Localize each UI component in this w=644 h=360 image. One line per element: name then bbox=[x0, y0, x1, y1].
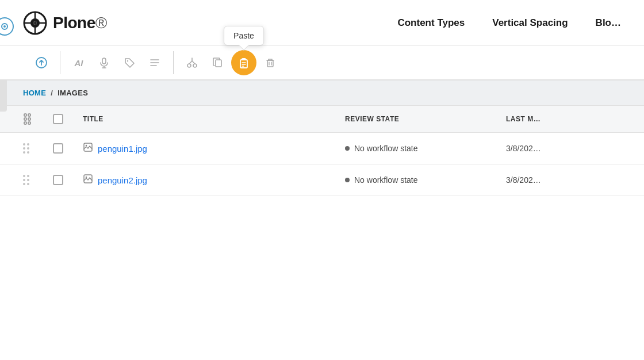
copy-button[interactable] bbox=[206, 51, 229, 74]
breadcrumb-home[interactable]: HOME bbox=[23, 89, 46, 97]
svg-rect-33 bbox=[28, 122, 30, 124]
logo-reg: ® bbox=[95, 14, 107, 32]
logo-name: Plone bbox=[53, 14, 95, 32]
svg-point-1 bbox=[3, 25, 6, 28]
drag-handle[interactable] bbox=[23, 175, 53, 185]
delete-button[interactable] bbox=[259, 51, 282, 74]
col-header-check bbox=[53, 113, 83, 125]
state-label: No workflow state bbox=[354, 144, 417, 153]
paste-button-container: Paste bbox=[231, 50, 256, 75]
toolbar-group-clipboard: Paste bbox=[174, 50, 289, 75]
row-checkbox[interactable] bbox=[53, 175, 63, 185]
state-dot bbox=[345, 146, 350, 151]
cut-icon bbox=[186, 57, 198, 68]
svg-rect-28 bbox=[24, 114, 26, 116]
state-dot bbox=[345, 178, 350, 182]
row-checkbox[interactable] bbox=[53, 143, 63, 154]
upload-button[interactable] bbox=[30, 51, 53, 74]
main-nav: Content Types Vertical Spacing Blo… bbox=[397, 17, 621, 29]
drag-handle[interactable] bbox=[23, 143, 53, 154]
col-header-drag bbox=[23, 113, 53, 125]
cut-button[interactable] bbox=[181, 51, 204, 74]
svg-line-17 bbox=[189, 61, 192, 64]
date-cell: 3/8/202… bbox=[506, 144, 621, 153]
svg-point-15 bbox=[187, 64, 191, 67]
content-table: TITLE REVIEW STATE LAST M… penguin1.jpg … bbox=[0, 105, 644, 196]
state-label: No workflow state bbox=[354, 175, 417, 185]
delete-icon bbox=[264, 57, 276, 68]
paste-icon bbox=[237, 56, 250, 69]
logo-text: Plone® bbox=[53, 14, 107, 32]
file-type-icon bbox=[83, 174, 93, 186]
paste-tooltip: Paste bbox=[224, 26, 264, 45]
file-title[interactable]: penguin2.jpg bbox=[83, 174, 345, 186]
copy-icon bbox=[212, 57, 223, 68]
review-state-cell: No workflow state bbox=[345, 175, 506, 185]
svg-rect-20 bbox=[216, 60, 221, 67]
nav-vertical-spacing[interactable]: Vertical Spacing bbox=[492, 17, 568, 29]
toolbar-group-upload bbox=[23, 51, 60, 74]
svg-point-16 bbox=[193, 64, 197, 67]
svg-point-35 bbox=[86, 145, 87, 147]
table-row: penguin1.jpg No workflow state 3/8/202… bbox=[0, 133, 644, 164]
select-all-checkbox[interactable] bbox=[53, 114, 63, 124]
microphone-icon bbox=[98, 57, 110, 68]
paste-tooltip-text: Paste bbox=[233, 31, 254, 40]
column-settings-icon[interactable] bbox=[23, 113, 36, 125]
file-title[interactable]: penguin1.jpg bbox=[83, 142, 345, 155]
list-icon bbox=[149, 57, 160, 68]
breadcrumb: HOME / IMAGES bbox=[0, 81, 644, 105]
svg-point-11 bbox=[127, 60, 128, 62]
col-header-title: TITLE bbox=[83, 113, 345, 125]
header: Plone® Content Types Vertical Spacing Bl… bbox=[0, 0, 644, 46]
paste-button[interactable] bbox=[231, 50, 256, 75]
sidebar-circle-1[interactable] bbox=[0, 17, 14, 36]
svg-rect-29 bbox=[28, 114, 30, 116]
toolbar-group-edit: AI bbox=[60, 51, 174, 74]
nav-content-types[interactable]: Content Types bbox=[397, 17, 465, 29]
ai-icon: AI bbox=[75, 58, 83, 68]
breadcrumb-separator: / bbox=[51, 89, 53, 97]
breadcrumb-current: IMAGES bbox=[57, 89, 88, 97]
col-header-last-modified: LAST M… bbox=[506, 113, 621, 125]
date-cell: 3/8/202… bbox=[506, 175, 621, 185]
svg-rect-25 bbox=[267, 60, 273, 67]
ai-button[interactable]: AI bbox=[67, 51, 90, 74]
file-name: penguin1.jpg bbox=[98, 144, 147, 154]
upload-icon bbox=[35, 56, 48, 69]
col-header-review-state: REVIEW STATE bbox=[345, 113, 506, 125]
tag-button[interactable] bbox=[118, 51, 141, 74]
table-header: TITLE REVIEW STATE LAST M… bbox=[0, 105, 644, 133]
logo-area: Plone® bbox=[23, 11, 397, 35]
review-state-cell: No workflow state bbox=[345, 144, 506, 153]
svg-rect-31 bbox=[28, 118, 30, 120]
list-button[interactable] bbox=[143, 51, 166, 74]
microphone-button[interactable] bbox=[93, 51, 116, 74]
sidebar-tab[interactable] bbox=[0, 77, 7, 112]
svg-rect-30 bbox=[24, 118, 26, 120]
toolbar: AI bbox=[0, 46, 644, 81]
svg-point-37 bbox=[86, 177, 87, 178]
svg-rect-8 bbox=[102, 58, 106, 64]
nav-blo-partial[interactable]: Blo… bbox=[596, 17, 621, 29]
file-name: penguin2.jpg bbox=[98, 175, 147, 185]
tag-icon bbox=[124, 57, 135, 68]
svg-rect-32 bbox=[24, 122, 26, 124]
svg-line-18 bbox=[192, 61, 195, 64]
plone-logo-icon bbox=[23, 11, 47, 35]
file-type-icon bbox=[83, 142, 93, 155]
svg-rect-21 bbox=[240, 60, 247, 68]
table-row: penguin2.jpg No workflow state 3/8/202… bbox=[0, 164, 644, 196]
